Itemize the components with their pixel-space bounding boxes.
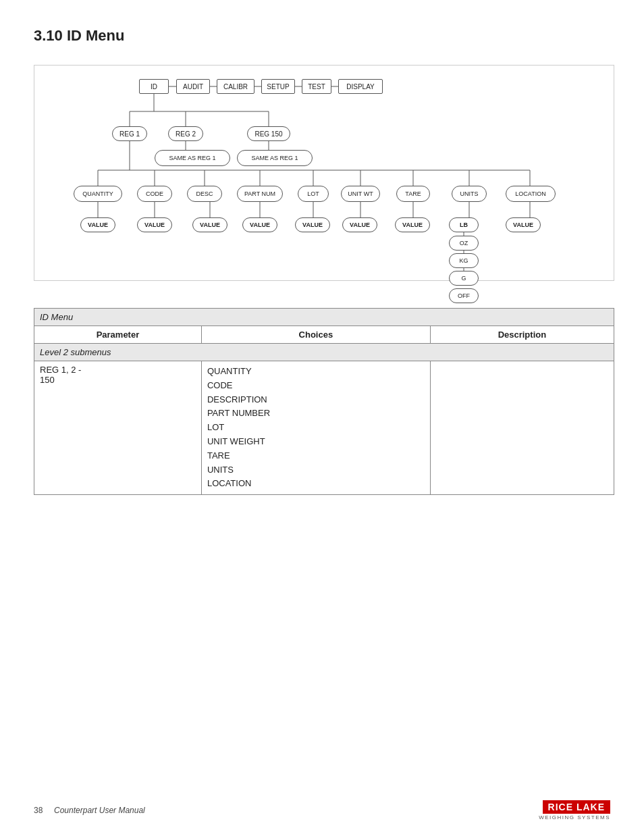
node-val-desc: VALUE (192, 217, 227, 232)
table-row: REG 1, 2 -150 QUANTITYCODEDESCRIPTIONPAR… (34, 361, 614, 495)
node-audit: AUDIT (176, 79, 210, 94)
node-g: G (449, 271, 479, 286)
menu-table: ID Menu Parameter Choices Description Le… (34, 308, 614, 495)
node-id: ID (139, 79, 169, 94)
node-location: LOCATION (506, 186, 556, 202)
node-val-tare: VALUE (395, 217, 430, 232)
table-subheader: Level 2 submenus (34, 344, 614, 361)
node-val-unitwt: VALUE (342, 217, 377, 232)
footer-left: 38 Counterpart User Manual (34, 806, 145, 815)
brand-subtitle: WEIGHING SYSTEMS (539, 814, 610, 820)
page-number: 38 (34, 806, 43, 815)
table-header-row: Parameter Choices Description (34, 326, 614, 344)
node-reg2: REG 2 (168, 126, 203, 141)
col-parameter: Parameter (34, 326, 202, 344)
node-calibr: CALIBR (217, 79, 254, 94)
node-val-code: VALUE (137, 217, 172, 232)
node-val-location: VALUE (506, 217, 541, 232)
node-tare: TARE (396, 186, 430, 202)
node-setup: SETUP (261, 79, 295, 94)
node-sameas1: SAME AS REG 1 (155, 150, 230, 166)
diagram-container: ID AUDIT CALIBR SETUP TEST DISPLAY REG 1… (34, 65, 614, 281)
table-subheader-row: Level 2 submenus (34, 344, 614, 361)
choices-cell: QUANTITYCODEDESCRIPTIONPART NUMBERLOTUNI… (201, 361, 430, 495)
col-description: Description (430, 326, 614, 344)
node-code: CODE (137, 186, 172, 202)
node-val-quantity: VALUE (80, 217, 115, 232)
page-footer: 38 Counterpart User Manual RICE LAKE WEI… (34, 800, 610, 820)
node-desc: DESC (187, 186, 222, 202)
node-unitwt: UNIT WT (341, 186, 380, 202)
node-kg: KG (449, 253, 479, 268)
footer-right: RICE LAKE WEIGHING SYSTEMS (539, 800, 610, 820)
node-lot: LOT (298, 186, 329, 202)
node-sameas2: SAME AS REG 1 (237, 150, 313, 166)
node-off: OFF (449, 288, 479, 303)
description-cell (430, 361, 614, 495)
col-choices: Choices (201, 326, 430, 344)
node-units: UNITS (452, 186, 487, 202)
node-reg1: REG 1 (112, 126, 147, 141)
param-cell: REG 1, 2 -150 (34, 361, 202, 495)
node-reg150: REG 150 (247, 126, 290, 141)
node-val-lot: VALUE (295, 217, 330, 232)
table-title-row: ID Menu (34, 309, 614, 326)
node-test: TEST (302, 79, 331, 94)
page-container: 3.10 ID Menu (0, 0, 644, 522)
brand-name: RICE LAKE (543, 800, 610, 814)
node-val-partnum: VALUE (242, 217, 277, 232)
node-display: DISPLAY (338, 79, 383, 94)
manual-title: Counterpart User Manual (54, 806, 145, 815)
diagram-lines (34, 66, 614, 280)
node-partnum: PART NUM (237, 186, 283, 202)
table-title: ID Menu (34, 309, 614, 326)
node-oz: OZ (449, 236, 479, 251)
page-title: 3.10 ID Menu (34, 27, 610, 45)
node-quantity: QUANTITY (74, 186, 122, 202)
rice-lake-logo: RICE LAKE WEIGHING SYSTEMS (539, 800, 610, 820)
node-lb: LB (449, 217, 479, 232)
